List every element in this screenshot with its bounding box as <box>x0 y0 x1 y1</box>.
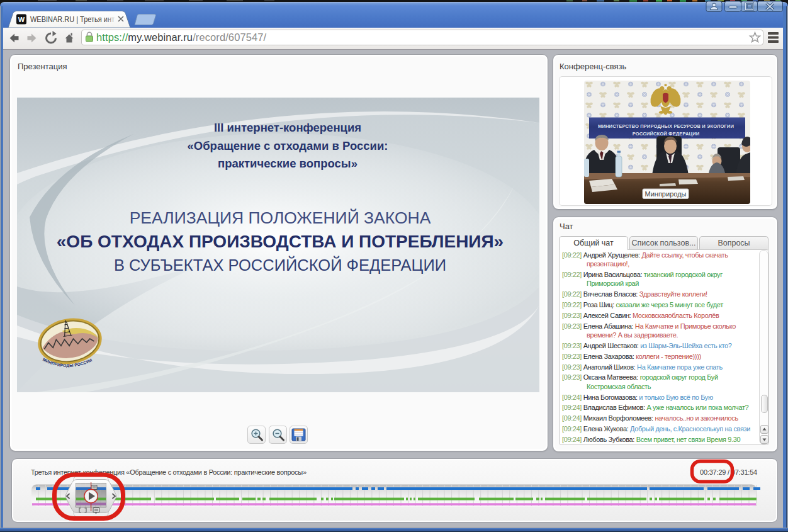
svg-text:III интернет-конференция: III интернет-конференция <box>214 121 361 134</box>
svg-text:В СУБЪЕКТАХ РОССИЙСКОЙ ФЕДЕРАЦ: В СУБЪЕКТАХ РОССИЙСКОЙ ФЕДЕРАЦИИ <box>114 256 446 274</box>
svg-text:«Обращение с отходами в России: «Обращение с отходами в России: <box>188 139 388 152</box>
svg-text:«ОБ ОТХОДАХ ПРОИЗВОДСТВА И ПОТ: «ОБ ОТХОДАХ ПРОИЗВОДСТВА И ПОТРЕБЛЕНИЯ» <box>57 232 504 251</box>
svg-text:РЕАЛИЗАЦИЯ ПОЛОЖЕНИЙ ЗАКОНА: РЕАЛИЗАЦИЯ ПОЛОЖЕНИЙ ЗАКОНА <box>130 208 431 227</box>
svg-text:Минприроды: Минприроды <box>645 190 687 198</box>
svg-text:РОССИЙСКОЙ ФЕДЕРАЦИИ: РОССИЙСКОЙ ФЕДЕРАЦИИ <box>633 131 700 137</box>
svg-text:WEBINAR.RU | Третья инт: WEBINAR.RU | Третья инт <box>30 15 115 24</box>
svg-text:практические вопросы»: практические вопросы» <box>218 157 357 170</box>
svg-text:W: W <box>18 16 25 23</box>
svg-text:МИНИСТЕРСТВО ПРИРОДНЫХ РЕСУРСО: МИНИСТЕРСТВО ПРИРОДНЫХ РЕСУРСОВ И ЭКОЛОГ… <box>598 123 734 129</box>
